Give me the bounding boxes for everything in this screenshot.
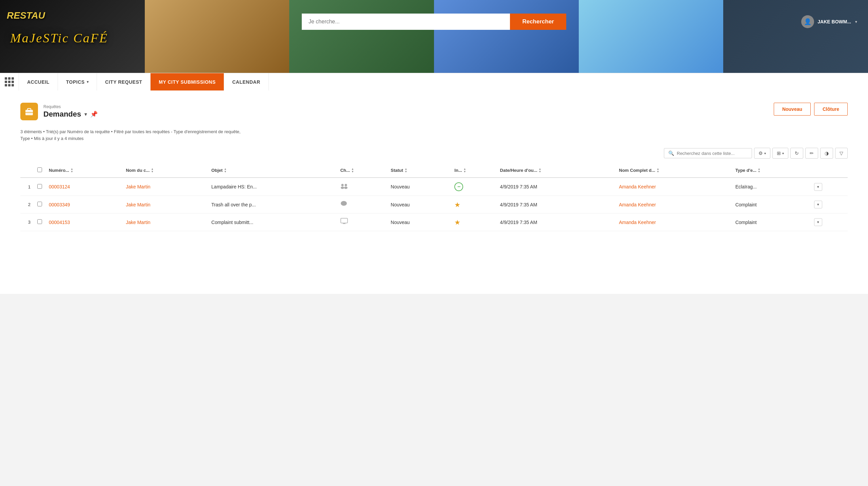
cell-nom-contact[interactable]: Jake Martin xyxy=(122,196,208,214)
nouveau-button[interactable]: Nouveau xyxy=(774,103,811,116)
hero-image-3 xyxy=(289,0,434,73)
row-checkbox-cell[interactable] xyxy=(34,178,45,196)
row-action-button[interactable]: ▾ xyxy=(814,218,822,226)
list-search-box[interactable]: 🔍 xyxy=(664,148,752,158)
sort-icons-nom: ▲▼ xyxy=(151,168,154,173)
toolbar-filter-button[interactable]: ▽ xyxy=(835,148,848,159)
user-dropdown-arrow-icon[interactable]: ▼ xyxy=(854,20,858,24)
numero-link[interactable]: 00003124 xyxy=(49,184,70,189)
col-action-header xyxy=(811,163,848,178)
page-header-left: Requêtes Demandes ▾ 📌 xyxy=(20,103,98,120)
cell-nom-contact[interactable]: Jake Martin xyxy=(122,214,208,231)
cell-date-heure: 4/9/2019 7:35 AM xyxy=(497,196,616,214)
cell-nom-complet[interactable]: Amanda Keehner xyxy=(616,178,732,196)
list-subtitle: 3 éléments • Trié(s) par Numéro de la re… xyxy=(20,128,848,142)
row-checkbox[interactable] xyxy=(37,184,42,189)
cell-numero[interactable]: 00003349 xyxy=(45,196,122,214)
col-statut-header[interactable]: Statut ▲▼ xyxy=(387,163,451,178)
cell-numero[interactable]: 00003124 xyxy=(45,178,122,196)
topics-dropdown-icon: ▾ xyxy=(87,80,89,84)
row-number: 3 xyxy=(20,214,34,231)
col-objet-header[interactable]: Objet ▲▼ xyxy=(208,163,337,178)
col-date-header[interactable]: Date/Heure d'ou... ▲▼ xyxy=(497,163,616,178)
toolbar-refresh-button[interactable]: ↻ xyxy=(790,148,803,159)
cell-action[interactable]: ▾ xyxy=(811,214,848,231)
hero-image-6 xyxy=(723,0,868,73)
cloture-button[interactable]: Clôture xyxy=(814,103,848,116)
hero-header: MaJeSTic CaFÉ Rechercher 👤 JAKE BOWM... … xyxy=(0,0,868,73)
cell-statut: Nouveau xyxy=(387,178,451,196)
star-icon: ★ xyxy=(454,219,460,226)
page-icon xyxy=(20,103,38,120)
sort-icons-objet: ▲▼ xyxy=(224,168,227,173)
sort-icons-indicateur: ▲▼ xyxy=(463,168,466,173)
sidebar-item-city-request[interactable]: CITY REQUEST xyxy=(97,73,151,90)
cell-indicateur: − xyxy=(451,178,496,196)
hero-image-2 xyxy=(145,0,290,73)
table-row: 1 00003124 Jake Martin Lampadaire HS: En… xyxy=(20,178,848,196)
cell-statut: Nouveau xyxy=(387,196,451,214)
row-action-button[interactable]: ▾ xyxy=(814,201,822,208)
sort-icons-nomcomplet: ▲▼ xyxy=(656,168,659,173)
row-checkbox[interactable] xyxy=(37,202,42,206)
sort-icons-channel: ▲▼ xyxy=(351,168,354,173)
cell-numero[interactable]: 00004153 xyxy=(45,214,122,231)
navigation-bar: ACCUEIL TOPICS ▾ CITY REQUEST MY CITY SU… xyxy=(0,73,868,90)
contact-name-link[interactable]: Jake Martin xyxy=(126,220,150,225)
cell-objet: Complaint submitt... xyxy=(208,214,337,231)
col-indicateur-header[interactable]: In... ▲▼ xyxy=(451,163,496,178)
chart-icon: ◑ xyxy=(825,150,829,156)
sidebar-item-my-city-submissions[interactable]: MY CITY SUBMISSIONS xyxy=(151,73,224,90)
col-type-header[interactable]: Type d'e... ▲▼ xyxy=(732,163,811,178)
nom-complet-link[interactable]: Amanda Keehner xyxy=(619,184,656,189)
numero-link[interactable]: 00004153 xyxy=(49,220,70,225)
sort-icons-numero: ▲▼ xyxy=(71,168,73,173)
row-action-button[interactable]: ▾ xyxy=(814,183,822,191)
hero-image-4 xyxy=(434,0,579,73)
star-icon: ★ xyxy=(454,201,460,208)
cell-date-heure: 4/9/2019 7:35 AM xyxy=(497,214,616,231)
table-header-row: Numéro... ▲▼ Nom du c... ▲▼ Objet ▲▼ xyxy=(20,163,848,178)
col-nomcomplet-header[interactable]: Nom Complet d... ▲▼ xyxy=(616,163,732,178)
contact-name-link[interactable]: Jake Martin xyxy=(126,184,150,189)
row-checkbox-cell[interactable] xyxy=(34,214,45,231)
avatar: 👤 xyxy=(801,15,814,28)
sidebar-item-accueil[interactable]: ACCUEIL xyxy=(19,73,58,90)
pin-icon[interactable]: 📌 xyxy=(90,110,98,118)
briefcase-icon xyxy=(24,107,34,116)
cell-channel xyxy=(337,178,388,196)
col-nom-contact-header[interactable]: Nom du c... ▲▼ xyxy=(122,163,208,178)
search-button[interactable]: Rechercher xyxy=(510,14,566,30)
toolbar-gear-button[interactable]: ⚙ ▾ xyxy=(754,148,770,159)
row-checkbox-cell[interactable] xyxy=(34,196,45,214)
cell-nom-complet[interactable]: Amanda Keehner xyxy=(616,214,732,231)
toolbar-columns-button[interactable]: ⊞ ▾ xyxy=(772,148,788,159)
search-input[interactable] xyxy=(302,14,510,30)
col-channel-header[interactable]: Ch... ▲▼ xyxy=(337,163,388,178)
page-title-dropdown-icon[interactable]: ▾ xyxy=(84,112,87,117)
page-header: Requêtes Demandes ▾ 📌 Nouveau Clôture xyxy=(20,103,848,120)
nom-complet-link[interactable]: Amanda Keehner xyxy=(619,202,656,207)
cell-action[interactable]: ▾ xyxy=(811,196,848,214)
row-checkbox[interactable] xyxy=(37,219,42,224)
sidebar-item-calendar[interactable]: CALENDAR xyxy=(224,73,269,90)
toolbar-edit-button[interactable]: ✏ xyxy=(805,148,818,159)
toolbar-chart-button[interactable]: ◑ xyxy=(820,148,833,159)
cell-nom-contact[interactable]: Jake Martin xyxy=(122,178,208,196)
list-search-input[interactable] xyxy=(677,151,748,156)
svg-rect-1 xyxy=(27,108,31,110)
select-all-checkbox[interactable] xyxy=(37,167,42,172)
col-numero-header[interactable]: Numéro... ▲▼ xyxy=(45,163,122,178)
edit-icon: ✏ xyxy=(810,150,814,156)
nav-grid-button[interactable] xyxy=(0,73,19,90)
user-badge[interactable]: 👤 JAKE BOWM... ▼ xyxy=(801,15,858,28)
numero-link[interactable]: 00003349 xyxy=(49,202,70,207)
sidebar-item-topics[interactable]: TOPICS ▾ xyxy=(58,73,97,90)
cell-nom-complet[interactable]: Amanda Keehner xyxy=(616,196,732,214)
nom-complet-link[interactable]: Amanda Keehner xyxy=(619,220,656,225)
col-checkbox-header[interactable] xyxy=(34,163,45,178)
page-label: Requêtes xyxy=(43,104,98,109)
sort-icons-statut: ▲▼ xyxy=(405,168,407,173)
contact-name-link[interactable]: Jake Martin xyxy=(126,202,150,207)
cell-action[interactable]: ▾ xyxy=(811,178,848,196)
